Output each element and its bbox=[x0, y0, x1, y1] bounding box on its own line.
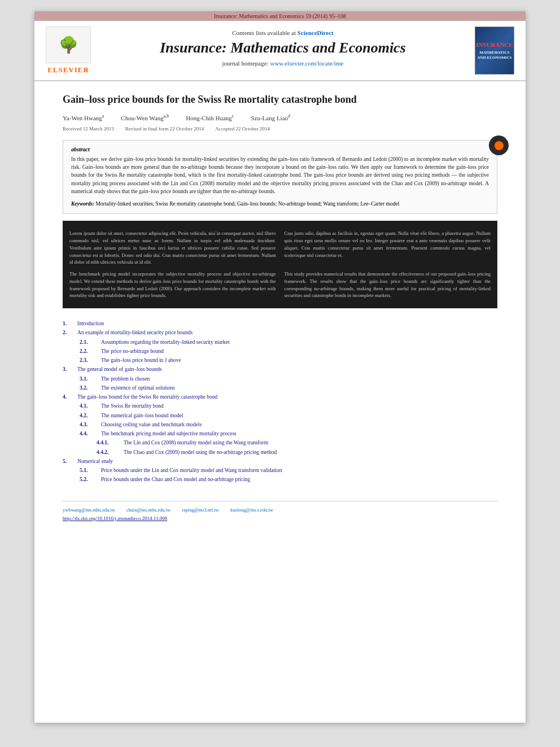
author-2: Chou-Wen Wanga,b bbox=[121, 113, 169, 121]
doi-line: http://dx.doi.org/10.1016/j.insmatheco.2… bbox=[63, 516, 497, 521]
bookmark-icon bbox=[495, 141, 504, 150]
toc-item-2-1: 2.1. Assumptions regarding the mortality… bbox=[80, 338, 497, 346]
toc-item-4: 4. The gain–loss bound for the Swiss Re … bbox=[63, 393, 497, 401]
toc-num-3-1: 3.1. bbox=[80, 375, 97, 383]
abstract-box: abstract In this paper, we derive gain–l… bbox=[63, 140, 497, 215]
toc-item-3-1: 3.1. The problem is chosen bbox=[80, 375, 497, 383]
body-col2-left: The benchmark pricing model incorporates… bbox=[69, 270, 276, 299]
toc-link-1[interactable]: Introduction bbox=[77, 320, 104, 327]
homepage-label: journal homepage: bbox=[222, 60, 269, 67]
homepage-url[interactable]: www.elsevier.com/locate/ime bbox=[270, 60, 343, 67]
toc-item-4-1: 4.1. The Swiss Re mortality bond bbox=[80, 402, 497, 410]
abstract-label: abstract bbox=[71, 146, 489, 152]
table-of-contents: 1. Introduction 2. An example of mortali… bbox=[63, 320, 497, 484]
toc-num-4-1: 4.1. bbox=[80, 402, 97, 410]
toc-item-2-2: 2.2. The price no-arbitrage bound bbox=[80, 347, 497, 355]
email-1: ywhwang@ms.nthu.edu.tw bbox=[63, 507, 115, 513]
toc-link-5-2[interactable]: Price bounds under the Chao and Cox mode… bbox=[101, 475, 250, 483]
two-col-body-2: The benchmark pricing model incorporates… bbox=[69, 270, 491, 299]
and-text: and bbox=[304, 292, 310, 298]
keywords-line: Keywords: Mortality-linked securities; S… bbox=[71, 200, 489, 208]
toc-link-2[interactable]: An example of mortality-linked security … bbox=[77, 329, 193, 337]
toc-link-4-2[interactable]: The numerical gain–loss bound model bbox=[101, 412, 183, 420]
toc-num-2-2: 2.2. bbox=[80, 347, 97, 355]
footnote-emails: ywhwang@ms.nthu.edu.tw chain@ms.nthu.edu… bbox=[63, 507, 497, 513]
toc-item-4-3: 4.3. Choosing ceiling value and benchmar… bbox=[80, 421, 497, 429]
toc-num-2: 2. bbox=[63, 329, 73, 337]
paper-title-section: Gain–loss price bounds for the Swiss Re … bbox=[63, 93, 497, 132]
keywords-text: Mortality-linked securities; Swiss Re mo… bbox=[96, 201, 400, 207]
keywords-label: Keywords: bbox=[71, 201, 96, 207]
toc-num-4-2: 4.2. bbox=[80, 412, 97, 420]
toc-item-2-3: 2.3. The gain–loss price bound in J abov… bbox=[80, 356, 497, 364]
toc-num-4: 4. bbox=[63, 393, 73, 401]
toc-link-4-1[interactable]: The Swiss Re mortality bond bbox=[101, 402, 164, 410]
page: Insurance: Mathematics and Economics 59 … bbox=[34, 11, 526, 723]
author-4-sup: d bbox=[288, 113, 290, 119]
cover-image: INSURANCE MATHEMATICSAND ECONOMICS bbox=[475, 27, 514, 75]
toc-link-3[interactable]: The general model of gain–loss bounds bbox=[77, 365, 162, 373]
elsevier-logo: 🌳 ELSEVIER bbox=[43, 27, 94, 75]
toc-link-3-2[interactable]: The existence of optimal solutions bbox=[101, 384, 175, 392]
toc-item-5: 5. Numerical study bbox=[63, 457, 497, 465]
toc-link-4-4-1[interactable]: The Lin and Cox (2008) mortality model u… bbox=[124, 439, 268, 447]
body-col2-right: This study provides numerical results th… bbox=[285, 270, 491, 299]
article-info-box: Received 12 March 2013 Revised in final … bbox=[63, 126, 497, 132]
toc-item-4-4-2: 4.4.2. The Chao and Cox (2009) model usi… bbox=[97, 448, 497, 456]
toc-link-2-1[interactable]: Assumptions regarding the mortality-link… bbox=[101, 338, 230, 346]
benchmark-text: The benchmark bbox=[69, 271, 100, 277]
author-4: Szu-Lang Liaod bbox=[251, 113, 290, 121]
author-3-name: Hong-Chih Huang bbox=[186, 115, 232, 121]
journal-info: Contents lists available at ScienceDirec… bbox=[99, 27, 466, 75]
author-4-name: Szu-Lang Liao bbox=[251, 115, 288, 121]
toc-num-4-4-1: 4.4.1. bbox=[97, 439, 119, 447]
toc-link-3-1[interactable]: The problem is chosen bbox=[101, 375, 150, 383]
journal-title: Insurance: Mathematics and Economics bbox=[99, 40, 466, 56]
toc-num-5-1: 5.1. bbox=[80, 466, 97, 474]
toc-num-3-2: 3.2. bbox=[80, 384, 97, 392]
homepage-line: journal homepage: www.elsevier.com/locat… bbox=[99, 60, 466, 67]
email-2: chain@ms.nthu.edu.tw bbox=[126, 507, 170, 513]
toc-num-2-3: 2.3. bbox=[80, 356, 97, 364]
toc-item-4-2: 4.2. The numerical gain–loss bound model bbox=[80, 412, 497, 420]
toc-num-4-3: 4.3. bbox=[80, 421, 97, 429]
contents-available-line: Contents lists available at ScienceDirec… bbox=[99, 29, 466, 36]
toc-item-2: 2. An example of mortality-linked securi… bbox=[63, 329, 497, 337]
body-col-left: Lorem ipsum dolor sit amet, consectetur … bbox=[69, 230, 276, 266]
toc-link-4-4-2[interactable]: The Chao and Cox (2009) model using the … bbox=[124, 448, 277, 456]
toc-link-4-3[interactable]: Choosing ceiling value and benchmark mod… bbox=[101, 421, 202, 429]
toc-link-4[interactable]: The gain–loss bound for the Swiss Re mor… bbox=[77, 393, 217, 401]
accepted-date: Accepted 22 October 2014 bbox=[215, 126, 270, 132]
author-1-sup: a bbox=[102, 113, 104, 119]
bookmark-badge bbox=[489, 136, 509, 155]
journal-cover: INSURANCE MATHEMATICSAND ECONOMICS bbox=[472, 27, 517, 75]
toc-num-3: 3. bbox=[63, 365, 73, 373]
footnote-section: ywhwang@ms.nthu.edu.tw chain@ms.nthu.edu… bbox=[63, 501, 497, 521]
elsevier-tree-logo: 🌳 bbox=[46, 27, 91, 63]
revised-date: Revised in final form 22 October 2014 bbox=[125, 126, 204, 132]
doi-link[interactable]: http://dx.doi.org/10.1016/j.insmatheco.2… bbox=[63, 516, 167, 521]
paper-title: Gain–loss price bounds for the Swiss Re … bbox=[63, 93, 497, 107]
toc-item-1: 1. Introduction bbox=[63, 320, 497, 327]
toc-num-2-1: 2.1. bbox=[80, 338, 97, 346]
toc-item-4-4-1: 4.4.1. The Lin and Cox (2008) mortality … bbox=[97, 439, 497, 447]
toc-link-2-3[interactable]: The gain–loss price bound in J above bbox=[101, 356, 181, 364]
toc-link-2-2[interactable]: The price no-arbitrage bound bbox=[101, 347, 164, 355]
abstract-text: In this paper, we derive gain–loss price… bbox=[71, 155, 489, 195]
journal-header: 🌳 ELSEVIER Contents lists available at S… bbox=[34, 21, 526, 81]
author-1: Ya-Wen Hwanga bbox=[63, 113, 104, 121]
toc-link-5-1[interactable]: Price bounds under the Lin and Cox morta… bbox=[101, 466, 282, 474]
toc-item-3: 3. The general model of gain–loss bounds bbox=[63, 365, 497, 373]
contents-text: Contents lists available at bbox=[232, 29, 296, 36]
toc-link-5[interactable]: Numerical study bbox=[77, 457, 113, 465]
toc-item-5-2: 5.2. Price bounds under the Chao and Cox… bbox=[80, 475, 497, 483]
email-3: rsping@ms3.ntf.tw bbox=[182, 507, 218, 513]
cover-subtitle: MATHEMATICSAND ECONOMICS bbox=[476, 50, 513, 60]
toc-num-5: 5. bbox=[63, 457, 73, 465]
sciencedirect-link[interactable]: ScienceDirect bbox=[298, 29, 334, 36]
toc-link-4-4[interactable]: The benchmark pricing model and subjecti… bbox=[101, 430, 237, 438]
toc-num-4-4: 4.4. bbox=[80, 430, 97, 438]
toc-num-1: 1. bbox=[63, 320, 73, 327]
cover-title: INSURANCE bbox=[476, 41, 513, 49]
body-text-area: Lorem ipsum dolor sit amet, consectetur … bbox=[63, 221, 497, 308]
